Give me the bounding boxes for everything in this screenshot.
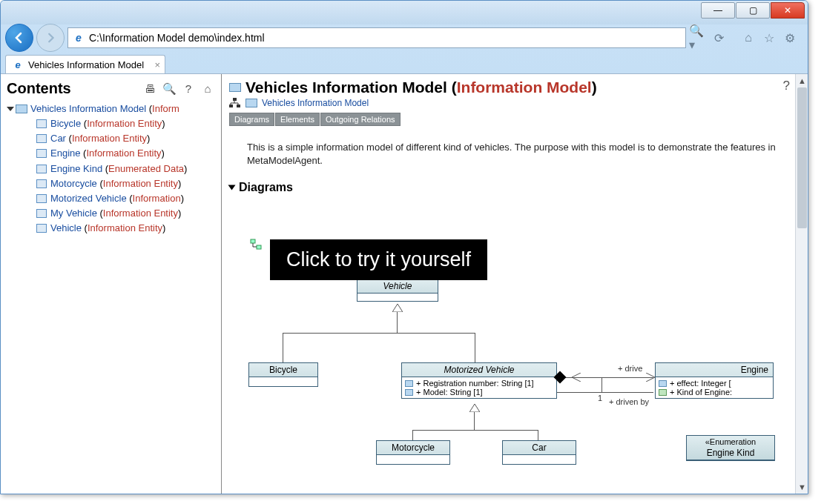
svg-marker-6 <box>469 404 480 412</box>
tree-item[interactable]: Engine Kind (Enumerated Data) <box>36 162 218 176</box>
expand-icon[interactable] <box>7 107 14 111</box>
attribute-icon <box>405 389 413 396</box>
attribute-icon <box>659 380 667 387</box>
minimize-button[interactable]: — <box>701 2 735 19</box>
window-controls: — ▢ ✕ <box>701 2 805 23</box>
tree-item[interactable]: Bicycle (Information Entity) <box>36 116 218 131</box>
forward-button[interactable] <box>36 24 65 52</box>
try-it-overlay[interactable]: Click to try it yourself <box>270 239 487 280</box>
search-icon[interactable]: 🔍▾ <box>689 29 707 47</box>
uml-class-engine[interactable]: Engine + effect: Integer [ + Kind of Eng… <box>655 362 774 399</box>
assoc-label-drivenby: + driven by <box>609 397 649 406</box>
back-button[interactable] <box>5 24 33 52</box>
arrow-icon <box>570 373 581 382</box>
svg-rect-3 <box>251 239 255 243</box>
entity-icon <box>36 224 47 233</box>
entity-icon <box>36 209 47 218</box>
ie-icon: e <box>12 59 24 70</box>
entity-icon <box>36 179 47 188</box>
favorites-icon[interactable]: ☆ <box>760 29 778 47</box>
page-title: Vehicles Information Model (Information … <box>229 79 797 96</box>
entity-icon <box>36 134 47 143</box>
tree-item-type: Information Entity <box>103 178 178 189</box>
attribute-icon <box>405 380 413 387</box>
help-icon[interactable]: ? <box>783 79 790 93</box>
tab-close-icon[interactable]: × <box>155 59 161 70</box>
section-elements-button[interactable]: Elements <box>275 113 320 126</box>
tab-vehicles-model[interactable]: e Vehicles Information Model × <box>5 55 165 73</box>
refresh-icon[interactable]: ⟳ <box>710 29 728 47</box>
titlebar: — ▢ ✕ <box>1 1 808 24</box>
scroll-thumb[interactable] <box>797 87 807 228</box>
uml-class-bicycle[interactable]: Bicycle <box>248 362 318 387</box>
address-bar[interactable]: e C:\Information Model demo\index.html <box>67 27 686 48</box>
uml-class-motorized-vehicle[interactable]: Motorized Vehicle + Registration number:… <box>401 362 557 399</box>
maximize-button[interactable]: ▢ <box>736 2 770 19</box>
diagrams-heading[interactable]: Diagrams <box>229 181 797 194</box>
home-icon[interactable]: ⌂ <box>739 29 757 47</box>
sidebar-header: Contents 🖶 🔍 ? ⌂ <box>4 79 218 102</box>
section-buttons: Diagrams Elements Outgoing Relations <box>229 113 797 126</box>
svg-rect-1 <box>229 105 233 107</box>
scroll-up-icon[interactable]: ▲ <box>798 76 806 85</box>
tree-item-name: Engine Kind <box>50 163 102 174</box>
search-icon[interactable]: 🔍 <box>162 82 177 96</box>
page-title-type: Information Model <box>457 79 592 96</box>
svg-marker-5 <box>392 304 403 312</box>
folder-icon <box>16 105 27 113</box>
uml-class-vehicle[interactable]: Vehicle <box>357 279 438 302</box>
uml-class-motorcycle[interactable]: Motorcycle <box>376 440 450 465</box>
tree-item-name: Motorized Vehicle <box>50 193 127 204</box>
tab-label: Vehicles Information Model <box>28 59 144 70</box>
address-row: e C:\Information Model demo\index.html 🔍… <box>1 24 808 51</box>
url-text: C:\Information Model demo\index.html <box>89 32 265 44</box>
gear-icon[interactable]: ⚙ <box>781 29 799 47</box>
section-outgoing-button[interactable]: Outgoing Relations <box>320 113 401 126</box>
help-icon[interactable]: ? <box>181 82 196 96</box>
tree-item-type: Information Entity <box>72 133 147 144</box>
tree-root-label: Vehicles Information Model <box>30 103 146 114</box>
uml-class-car[interactable]: Car <box>502 440 576 465</box>
tree-item[interactable]: Engine (Information Entity) <box>36 146 218 161</box>
tree-item-type: Information Entity <box>87 118 162 129</box>
folder-icon <box>245 99 257 107</box>
close-button[interactable]: ✕ <box>771 2 805 19</box>
breadcrumb[interactable]: Vehicles Information Model <box>229 98 797 108</box>
tree-item-type: Information Entity <box>86 147 161 159</box>
address-right-controls: 🔍▾ ⟳ ⌂ ☆ ⚙ <box>689 29 803 47</box>
tree-item-name: Bicycle <box>50 118 81 129</box>
tree-item-name: Motorcycle <box>50 178 97 189</box>
tree-item-name: Vehicle <box>50 222 82 233</box>
hierarchy-icon <box>229 98 241 108</box>
diagram-thumb-icon[interactable] <box>250 239 262 251</box>
assoc-label-drives: + drive <box>618 364 642 373</box>
tree-root-type: Inform <box>152 103 179 114</box>
print-icon[interactable]: 🖶 <box>142 82 157 96</box>
tab-strip: e Vehicles Information Model × <box>1 51 808 73</box>
overlay-label: Click to try it yourself <box>286 248 471 271</box>
tree-item[interactable]: Vehicle (Information Entity) <box>36 221 218 236</box>
tree-root[interactable]: Vehicles Information Model (Inform <box>8 102 218 116</box>
entity-icon <box>36 119 47 128</box>
tree-item-type: Information Entity <box>88 222 162 233</box>
sidebar-title: Contents <box>7 80 71 97</box>
tree-item-type: Enumerated Data <box>108 163 184 174</box>
uml-enum-engine-kind[interactable]: «Enumeration Engine Kind <box>686 435 775 461</box>
tree-children: Bicycle (Information Entity)Car (Informa… <box>8 116 218 236</box>
collapse-icon <box>228 185 236 190</box>
tree-item[interactable]: Motorized Vehicle (Information) <box>36 191 218 206</box>
tree-item-type: Information <box>133 193 181 204</box>
tree-item[interactable]: My Vehicle (Information Entity) <box>36 206 218 221</box>
section-diagrams-button[interactable]: Diagrams <box>229 113 274 126</box>
entity-icon <box>36 194 47 203</box>
attribute-icon <box>659 389 667 396</box>
nav-tree: Vehicles Information Model (Inform Bicyc… <box>4 102 218 236</box>
sidebar-tools: 🖶 🔍 ? ⌂ <box>142 82 215 96</box>
home-icon[interactable]: ⌂ <box>200 82 215 96</box>
arrow-left-icon <box>13 31 26 44</box>
entity-icon <box>36 149 47 158</box>
arrow-right-icon <box>45 32 56 44</box>
tree-item[interactable]: Car (Information Entity) <box>36 131 218 146</box>
tree-item[interactable]: Motorcycle (Information Entity) <box>36 176 218 191</box>
tree-item-name: My Vehicle <box>50 208 97 219</box>
